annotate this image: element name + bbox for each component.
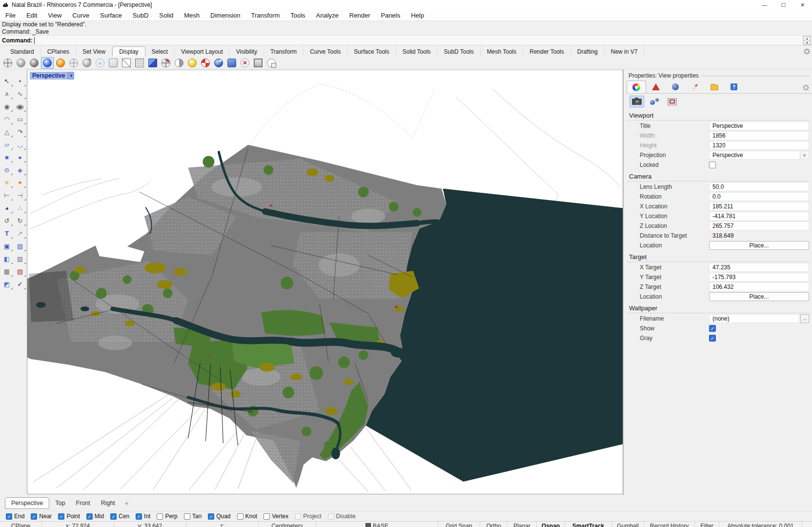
menu-item[interactable]: File [0,12,21,19]
menu-item[interactable]: Solid [154,12,179,19]
toolbar-tab[interactable]: New in V7 [605,47,645,57]
tool-button[interactable]: ↷ [14,126,26,138]
rotation-field[interactable]: 0.0 [709,192,809,201]
osnap-checkbox[interactable] [157,513,163,520]
display-mode-button[interactable] [94,57,106,69]
tool-button[interactable]: T [1,227,13,239]
tool-button[interactable]: ∿ [14,88,26,100]
target-place-button[interactable]: Place... [709,292,809,301]
toolbar-tab[interactable]: Drafting [571,47,605,57]
display-mode-button[interactable] [212,57,225,69]
camera-button[interactable] [629,96,644,107]
osnap-toggle[interactable]: Mid [86,513,104,520]
osnap-toggle[interactable]: Vertex [264,513,288,520]
viewport-tab[interactable]: Top [50,498,70,508]
menu-item[interactable]: Surface [95,12,127,19]
camera-place-button[interactable]: Place... [709,241,809,250]
tool-button[interactable]: ✓ [14,278,26,290]
osnap-checkbox[interactable] [110,513,117,520]
y-location-field[interactable]: -414.781 [709,212,809,221]
toolbar-tab[interactable]: Viewport Layout [175,47,230,57]
maximize-button[interactable]: ☐ [774,0,793,10]
osnap-checkbox[interactable] [208,513,214,520]
lens-length-field[interactable]: 50.0 [709,182,809,191]
tool-button[interactable]: ▨ [14,253,26,264]
tool-button[interactable]: ↗ [14,227,26,239]
status-segment[interactable]: Centimeters [259,522,316,527]
tool-button[interactable]: ⊝ [1,164,13,176]
tab-object-properties[interactable] [627,81,646,93]
osnap-checkbox[interactable] [136,513,142,520]
toolbar-tab[interactable]: SubD Tools [438,47,481,57]
tool-button[interactable]: ▣ [1,240,13,252]
display-mode-button[interactable] [252,57,264,69]
status-segment[interactable]: SmartTrack [565,522,612,527]
tool-button[interactable]: ▤ [14,265,26,277]
toolbar-tab[interactable]: Select [145,47,175,57]
display-mode-button[interactable] [15,57,27,69]
status-segment[interactable]: CPlane [0,522,42,527]
tool-button[interactable]: ⊣ [14,189,26,201]
display-mode-button[interactable] [239,57,251,69]
display-mode-button[interactable] [54,57,67,69]
tab-paint[interactable] [685,81,705,93]
osnap-checkbox[interactable] [58,513,64,520]
osnap-toggle[interactable]: Tan [184,513,202,520]
status-segment[interactable]: Gumball [612,522,644,527]
y-target-field[interactable]: -175.793 [709,273,809,282]
tab-help[interactable]: ? [724,81,744,93]
menu-item[interactable]: Dimension [205,12,245,19]
toolbar-tab[interactable]: Mesh Tools [481,47,523,57]
filename-field[interactable]: (none) [709,314,799,323]
osnap-checkbox[interactable] [328,513,334,520]
title-field[interactable]: Perspective [709,122,809,130]
tool-button[interactable]: ◕ [1,202,13,214]
status-segment[interactable]: Ortho [480,522,508,527]
display-mode-button[interactable] [28,57,41,69]
menu-item[interactable]: Mesh [179,12,205,19]
gray-checkbox[interactable] [709,335,716,342]
status-segment[interactable]: Planar [508,522,537,527]
menu-item[interactable]: Panels [375,12,406,19]
display-mode-button[interactable] [146,57,159,69]
toolbar-tab[interactable]: Render Tools [523,47,571,57]
osnap-toggle[interactable]: Perp [157,513,177,520]
tool-button[interactable]: ▱ [1,139,13,150]
tool-button[interactable]: ↖ [1,75,13,87]
tool-button[interactable]: △ [1,126,13,138]
tab-material[interactable] [646,81,666,93]
display-mode-button[interactable] [120,57,133,69]
tool-button[interactable]: • [14,75,26,87]
tool-button[interactable]: ▦ [1,265,13,277]
status-segment[interactable]: Grid Snap [438,522,480,527]
toolbar-tab[interactable]: Surface Tools [347,47,396,57]
wallpaper-frame-button[interactable] [665,96,679,107]
tab-files[interactable] [705,81,724,93]
tool-button[interactable]: ▭ [14,113,26,125]
toolbar-tab[interactable]: Display [112,46,145,57]
minimize-button[interactable]: — [755,0,774,10]
menu-item[interactable]: Render [344,12,376,19]
tool-button[interactable]: ◩ [1,278,13,290]
menu-item[interactable]: Analyze [311,12,344,19]
x-target-field[interactable]: 47.235 [709,263,809,272]
status-segment[interactable]: Filter [695,522,719,527]
toolbar-tab[interactable]: Visibility [230,47,264,57]
osnap-toggle[interactable]: Disable [328,513,356,520]
osnap-toggle[interactable]: Knot [237,513,258,520]
osnap-checkbox[interactable] [237,513,244,520]
tool-button[interactable]: ∴ [14,202,26,214]
status-segment[interactable]: BASE [316,522,438,527]
command-line[interactable]: Command: ▲▼ [0,35,812,45]
toolbar-tab[interactable]: Transform [264,47,304,57]
chevron-down-icon[interactable]: ▼ [67,72,74,80]
osnap-toggle[interactable]: Int [136,513,150,520]
viewport-title-dropdown[interactable]: Perspective ▼ [30,72,74,80]
menu-item[interactable]: Transform [245,12,285,19]
osnap-checkbox[interactable] [6,513,12,520]
osnap-toggle[interactable]: Quad [208,513,230,520]
viewport-canvas[interactable] [27,70,623,494]
toolbar-tab[interactable]: CPlanes [41,47,76,57]
tool-button[interactable]: ✦ [14,177,26,188]
tool-button[interactable]: ◠ [1,113,13,125]
